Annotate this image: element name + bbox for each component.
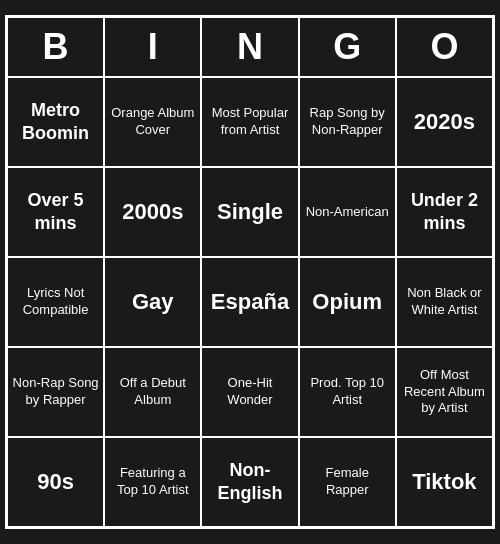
bingo-cell-5[interactable]: Over 5 mins (7, 167, 104, 257)
bingo-cell-6[interactable]: 2000s (104, 167, 201, 257)
bingo-cell-23[interactable]: Female Rapper (299, 437, 396, 527)
bingo-cell-0[interactable]: Metro Boomin (7, 77, 104, 167)
bingo-cell-9[interactable]: Under 2 mins (396, 167, 493, 257)
header-letter-o: O (396, 17, 493, 77)
bingo-cell-18[interactable]: Prod. Top 10 Artist (299, 347, 396, 437)
bingo-cell-2[interactable]: Most Popular from Artist (201, 77, 298, 167)
bingo-cell-17[interactable]: One-Hit Wonder (201, 347, 298, 437)
bingo-cell-11[interactable]: Gay (104, 257, 201, 347)
bingo-cell-19[interactable]: Off Most Recent Album by Artist (396, 347, 493, 437)
bingo-cell-24[interactable]: Tiktok (396, 437, 493, 527)
header-letter-b: B (7, 17, 104, 77)
header-letter-g: G (299, 17, 396, 77)
bingo-cell-10[interactable]: Lyrics Not Compatible (7, 257, 104, 347)
bingo-grid: Metro BoominOrange Album CoverMost Popul… (7, 77, 493, 527)
bingo-cell-20[interactable]: 90s (7, 437, 104, 527)
bingo-cell-8[interactable]: Non-American (299, 167, 396, 257)
bingo-cell-4[interactable]: 2020s (396, 77, 493, 167)
bingo-cell-16[interactable]: Off a Debut Album (104, 347, 201, 437)
bingo-cell-13[interactable]: Opium (299, 257, 396, 347)
bingo-cell-7[interactable]: Single (201, 167, 298, 257)
header-letter-n: N (201, 17, 298, 77)
bingo-cell-22[interactable]: Non-English (201, 437, 298, 527)
bingo-cell-1[interactable]: Orange Album Cover (104, 77, 201, 167)
bingo-cell-21[interactable]: Featuring a Top 10 Artist (104, 437, 201, 527)
bingo-header: BINGO (7, 17, 493, 77)
bingo-cell-14[interactable]: Non Black or White Artist (396, 257, 493, 347)
bingo-card: BINGO Metro BoominOrange Album CoverMost… (5, 15, 495, 529)
bingo-cell-15[interactable]: Non-Rap Song by Rapper (7, 347, 104, 437)
bingo-cell-3[interactable]: Rap Song by Non-Rapper (299, 77, 396, 167)
bingo-cell-12[interactable]: España (201, 257, 298, 347)
header-letter-i: I (104, 17, 201, 77)
